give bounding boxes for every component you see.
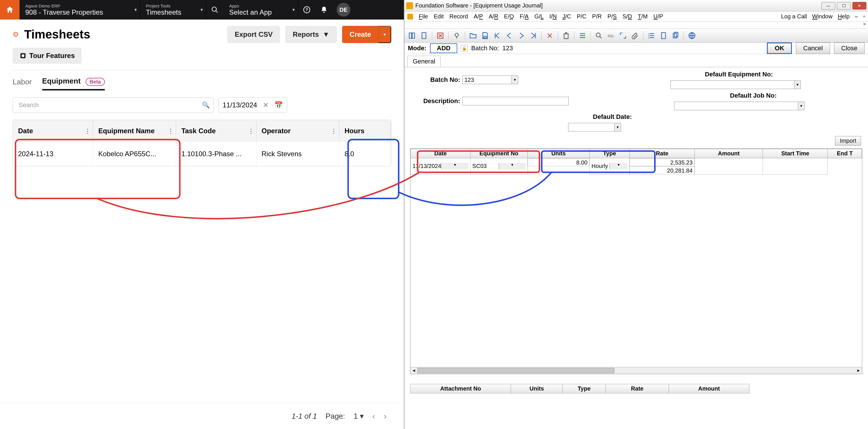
- prev-page[interactable]: ‹: [372, 411, 375, 421]
- menu-eq[interactable]: E/Q: [504, 13, 514, 20]
- kebab-icon[interactable]: ⋮: [168, 128, 174, 134]
- list-icon[interactable]: [579, 32, 587, 40]
- col-operator[interactable]: Operator⋮: [256, 120, 339, 142]
- page-select[interactable]: 1 ▾: [353, 412, 364, 421]
- menu-pr[interactable]: P/R: [592, 13, 602, 20]
- menu-ar[interactable]: A/R: [489, 13, 498, 20]
- acol-no[interactable]: Attachment No: [410, 384, 511, 393]
- menu-help[interactable]: Help: [838, 13, 849, 20]
- chevron-down-icon[interactable]: ▼: [610, 163, 628, 169]
- first-icon[interactable]: [493, 32, 501, 40]
- def-equip-field[interactable]: ▼: [671, 80, 801, 89]
- tool-selector[interactable]: Project Tools Timesheets ▼: [140, 0, 206, 20]
- gcell-equip[interactable]: SC03▼: [470, 158, 527, 174]
- help-button[interactable]: ?: [298, 0, 315, 20]
- gcol-equip[interactable]: Equipment No: [470, 149, 527, 158]
- zoom-icon[interactable]: [595, 32, 603, 40]
- export-csv-button[interactable]: Export CSV: [227, 26, 280, 43]
- mdi-close-icon[interactable]: ✕: [863, 22, 866, 26]
- lock-icon[interactable]: 🔒: [461, 45, 468, 52]
- desc-field[interactable]: [462, 97, 569, 105]
- mdi-restore-icon[interactable]: –: [855, 13, 858, 20]
- gcell-type[interactable]: Hourly▼: [590, 158, 629, 174]
- attach-icon[interactable]: [631, 32, 639, 40]
- col-date[interactable]: Date⋮: [13, 120, 93, 142]
- table-row[interactable]: 2024-11-13 Kobelco AP655C... 1.10100.3-P…: [13, 142, 391, 166]
- acol-type[interactable]: Type: [563, 384, 606, 393]
- gcell-end[interactable]: [763, 158, 828, 174]
- gcol-date[interactable]: Date: [411, 149, 470, 158]
- chevron-down-icon[interactable]: ▼: [794, 81, 801, 89]
- col-equipment[interactable]: Equipment Name⋮: [93, 120, 176, 142]
- gcell-units[interactable]: 8.00: [528, 158, 590, 166]
- trash-icon[interactable]: [562, 32, 570, 40]
- menu-gl[interactable]: G/L: [534, 13, 544, 20]
- menu-sd[interactable]: S/D: [622, 13, 632, 20]
- import-button[interactable]: Import: [835, 136, 861, 145]
- acol-units[interactable]: Units: [511, 384, 563, 393]
- maximize-button[interactable]: ☐: [837, 2, 851, 9]
- chevron-down-icon[interactable]: ▼: [798, 102, 804, 110]
- menu-edit[interactable]: Edit: [434, 13, 443, 20]
- tab-general[interactable]: General: [407, 56, 441, 67]
- next-page[interactable]: ›: [384, 411, 386, 421]
- ok-button[interactable]: OK: [767, 42, 792, 54]
- search-button[interactable]: [206, 0, 223, 20]
- menu-up[interactable]: U/P: [653, 13, 663, 20]
- acol-rate[interactable]: Rate: [606, 384, 669, 393]
- cancel-icon[interactable]: [436, 32, 444, 40]
- pin-icon[interactable]: [453, 32, 461, 40]
- gcol-type[interactable]: Type: [590, 149, 629, 158]
- book-icon[interactable]: [408, 32, 416, 40]
- home-button[interactable]: [0, 0, 20, 20]
- menu-ap[interactable]: A/P: [474, 13, 483, 20]
- save-icon[interactable]: [481, 32, 489, 40]
- batch-no-field[interactable]: ▼: [462, 75, 518, 84]
- grid-row[interactable]: 11/13/2024▼ SC03▼ 8.00 Hourly▼ 2,535.23 …: [411, 158, 862, 174]
- folder-icon[interactable]: [469, 32, 477, 40]
- search-input[interactable]: [13, 97, 214, 113]
- chevron-down-icon[interactable]: ▼: [499, 163, 525, 169]
- menu-ps[interactable]: P/S: [608, 13, 617, 20]
- scroll-right-icon[interactable]: ►: [855, 368, 862, 373]
- tab-equipment[interactable]: Equipment Beta: [42, 77, 105, 91]
- menu-record[interactable]: Record: [450, 13, 468, 20]
- close-form-button[interactable]: Close: [834, 42, 865, 54]
- mdi-max-icon[interactable]: ▫: [863, 13, 865, 20]
- delete-icon[interactable]: [546, 32, 554, 40]
- menu-window[interactable]: Window: [812, 13, 832, 20]
- scroll-thumb[interactable]: [417, 368, 614, 373]
- kebab-icon[interactable]: ⋮: [85, 128, 91, 134]
- gcell-amount[interactable]: 20,281.84: [629, 166, 694, 174]
- menu-log-call[interactable]: Log a Call: [781, 13, 807, 20]
- col-task[interactable]: Task Code⋮: [176, 120, 256, 142]
- calendar-icon[interactable]: 📅: [274, 101, 283, 109]
- gcol-units[interactable]: Units: [527, 149, 590, 158]
- tour-features-button[interactable]: Tour Features: [13, 48, 82, 64]
- sql-icon[interactable]: SQL: [607, 32, 615, 40]
- menu-pc[interactable]: P/C: [577, 13, 586, 20]
- kebab-icon[interactable]: ⋮: [331, 128, 337, 134]
- last-icon[interactable]: [529, 32, 537, 40]
- new-doc-icon[interactable]: [659, 32, 668, 40]
- gcol-amount[interactable]: Amount: [695, 149, 763, 158]
- prev-icon[interactable]: [505, 32, 513, 40]
- scroll-left-icon[interactable]: ◄: [410, 368, 417, 373]
- apps-selector[interactable]: Apps Select an App ▼: [223, 0, 298, 20]
- menu-fa[interactable]: F/A: [520, 13, 528, 20]
- gcell-date[interactable]: 11/13/2024▼: [411, 158, 470, 174]
- acol-amount[interactable]: Amount: [669, 384, 749, 393]
- gcell-start[interactable]: [695, 158, 763, 174]
- notifications-button[interactable]: [315, 0, 333, 20]
- window-titlebar[interactable]: Foundation Software - [Equipment Usage J…: [404, 0, 868, 11]
- gcol-end[interactable]: End T: [828, 149, 862, 158]
- menu-file[interactable]: File: [419, 13, 428, 20]
- kebab-icon[interactable]: ⋮: [248, 128, 254, 134]
- copy-doc-icon[interactable]: [672, 32, 680, 40]
- minimize-button[interactable]: —: [822, 2, 835, 9]
- clear-date-icon[interactable]: ✕: [263, 101, 269, 109]
- def-date-field[interactable]: ▼: [568, 123, 621, 132]
- expand-icon[interactable]: [619, 32, 627, 40]
- gcol-rate[interactable]: Rate: [629, 149, 695, 158]
- gcell-rate[interactable]: 2,535.23: [629, 158, 694, 166]
